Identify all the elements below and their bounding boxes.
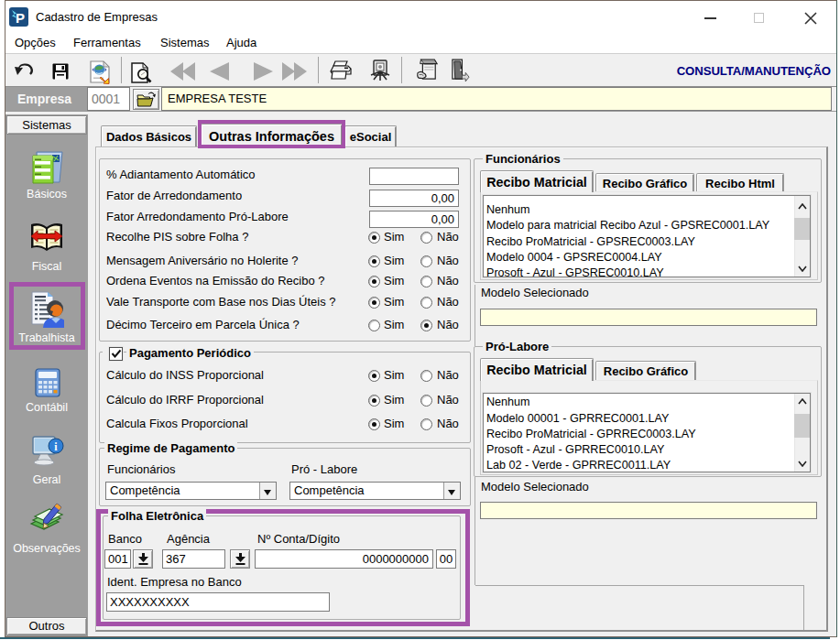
svg-text:P: P [16,10,25,26]
